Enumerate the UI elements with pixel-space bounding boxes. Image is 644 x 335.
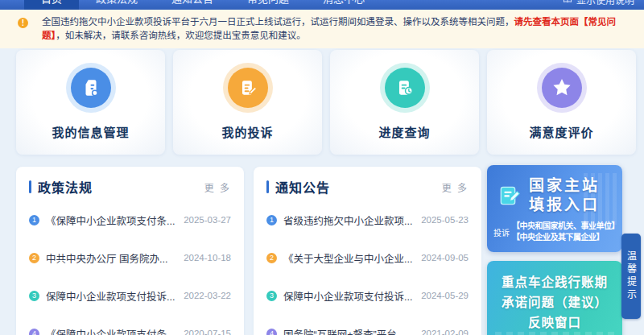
- star-icon: [542, 68, 582, 108]
- item-title: 中共中央办公厅 国务院办...: [46, 250, 179, 266]
- banner2-line3: 反映窗口: [487, 312, 622, 333]
- title-accent-bar: [29, 180, 31, 193]
- item-title: 《保障中小企业款项支付条...: [46, 213, 179, 228]
- list-item[interactable]: 3 保障中小企业款项支付投诉... 2022-03-22: [29, 288, 231, 303]
- rank-badge: 2: [266, 253, 277, 263]
- nav-item-home[interactable]: 首页: [24, 0, 79, 10]
- book-icon: [563, 0, 572, 4]
- panel-title: 政策法规: [38, 177, 93, 196]
- list-item[interactable]: 2 中共中央办公厅 国务院办... 2024-10-18: [29, 250, 231, 265]
- page: 首页 政策法规 通知公告 常见问题 消息中心 显示使用说明 ! 全国违约拖欠中小…: [0, 0, 644, 335]
- site-notice-banner: ! 全国违约拖欠中小企业款项投诉平台于六月一日正式上线试运行，试运行期间如遇登录…: [0, 10, 644, 48]
- item-title: 《关于大型企业与中小企业...: [283, 250, 416, 266]
- card-satisfaction-rating[interactable]: 满意度评价: [487, 50, 636, 155]
- nav-item-notices[interactable]: 通知公告: [155, 0, 230, 10]
- notice-text-after: ，如未解决，请联系咨询热线，欢迎您提出宝贵意见和建议。: [56, 31, 306, 40]
- card-my-info-management[interactable]: 我的信息管理: [16, 50, 165, 155]
- list-item[interactable]: 2 《关于大型企业与中小企业... 2024-09-05: [266, 250, 469, 265]
- top-navigation-bar: 首页 政策法规 通知公告 常见问题 消息中心 显示使用说明: [0, 0, 644, 10]
- card-label: 我的投诉: [173, 123, 322, 140]
- panel-title: 通知公告: [275, 177, 330, 196]
- scope-line1: 【中央和国家机关、事业单位】: [512, 221, 619, 232]
- banner2-line2: 承诺问题（建议）: [487, 292, 622, 312]
- scope-line2: 【中央企业及其下属企业】: [512, 232, 619, 243]
- nav-item-faq[interactable]: 常见问题: [230, 0, 306, 10]
- document-icon: [71, 68, 111, 108]
- doc-clock-icon: [385, 68, 425, 108]
- item-date: 2021-02-09: [421, 329, 469, 335]
- auto-enterprise-window-banner[interactable]: 重点车企践行账期 承诺问题（建议） 反映窗口: [487, 261, 622, 335]
- card-label: 进度查询: [330, 123, 479, 140]
- item-date: 2020-07-15: [184, 329, 231, 335]
- item-date: 2024-05-29: [421, 291, 469, 300]
- list-item[interactable]: 4 《保障中小企业款项支付条... 2020-07-15: [29, 326, 231, 335]
- item-title: 省级违约拖欠中小企业款项...: [283, 213, 416, 228]
- banner-title-line2: 填报入口: [529, 196, 600, 215]
- rank-badge: 4: [266, 329, 277, 335]
- rank-badge: 1: [266, 215, 277, 225]
- item-date: 2025-05-23: [421, 215, 469, 225]
- item-date: 2025-03-27: [184, 215, 231, 225]
- complaint-tag: 投诉: [493, 226, 510, 238]
- item-date: 2024-10-18: [184, 253, 231, 263]
- card-label: 满意度评价: [487, 123, 636, 140]
- rank-badge: 3: [266, 291, 277, 301]
- quick-actions-row: 我的信息管理 我的投诉 进度查询 满意度评价: [16, 50, 636, 155]
- item-title: 保障中小企业款项支付投诉...: [46, 288, 179, 304]
- item-title: 保障中小企业款项支付投诉...: [283, 288, 416, 304]
- rank-badge: 1: [29, 215, 39, 225]
- panel-policies: 政策法规 更 多 1 《保障中小企业款项支付条... 2025-03-27 2 …: [16, 167, 244, 335]
- item-title: 国务院“互联网+督查”平台...: [283, 326, 416, 335]
- item-date: 2024-09-05: [421, 253, 469, 263]
- policies-more-link[interactable]: 更 多: [204, 180, 231, 194]
- list-item[interactable]: 1 省级违约拖欠中小企业款项... 2025-05-23: [266, 213, 469, 227]
- alert-icon: !: [18, 18, 28, 28]
- rank-badge: 3: [29, 291, 39, 301]
- nav-item-messages[interactable]: 消息中心: [306, 0, 382, 10]
- item-title: 《保障中小企业款项支付条...: [46, 326, 179, 335]
- banner2-line1: 重点车企践行账期: [487, 272, 622, 292]
- item-date: 2022-03-22: [184, 291, 231, 300]
- card-progress-query[interactable]: 进度查询: [330, 50, 479, 155]
- warm-tips-tab[interactable]: 温馨提示: [621, 234, 641, 319]
- list-item[interactable]: 4 国务院“互联网+督查”平台... 2021-02-09: [266, 326, 469, 335]
- rank-badge: 4: [29, 329, 39, 335]
- nav-item-policies[interactable]: 政策法规: [79, 0, 155, 10]
- card-my-complaints[interactable]: 我的投诉: [173, 50, 322, 155]
- show-instructions-label: 显示使用说明: [576, 0, 634, 6]
- show-instructions-link[interactable]: 显示使用说明: [563, 0, 634, 6]
- pencil-doc-icon: [228, 68, 268, 108]
- banner-title-line1: 国家主站: [529, 176, 600, 196]
- panel-notices: 通知公告 更 多 1 省级违约拖欠中小企业款项... 2025-05-23 2 …: [254, 167, 481, 335]
- notices-more-link[interactable]: 更 多: [442, 180, 469, 194]
- notice-text: 全国违约拖欠中小企业款项投诉平台于六月一日正式上线试运行，试运行期间如遇登录、操…: [42, 17, 514, 27]
- list-item[interactable]: 3 保障中小企业款项支付投诉... 2024-05-29: [266, 288, 469, 303]
- notebook-pencil-icon: [497, 183, 522, 209]
- card-label: 我的信息管理: [16, 123, 165, 140]
- list-item[interactable]: 1 《保障中小企业款项支付条... 2025-03-27: [29, 213, 231, 227]
- rank-badge: 2: [29, 253, 39, 263]
- title-accent-bar: [266, 180, 269, 193]
- national-site-entrance-banner[interactable]: 国家主站 填报入口 投诉 【中央和国家机关、事业单位】 【中央企业及其下属企业】: [487, 165, 622, 252]
